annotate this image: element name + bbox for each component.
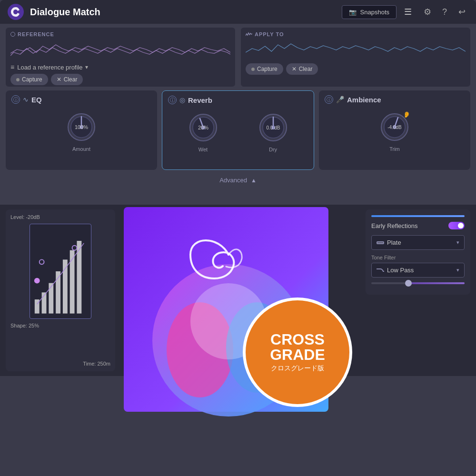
advanced-arrow-icon: ▲ (251, 177, 257, 184)
shape-graph[interactable] (30, 224, 91, 319)
back-icon: ↩ (458, 7, 466, 17)
title-actions: ⚙ ? ↩ (420, 5, 469, 19)
reverb-module: ⓘ ◎ Reverb 20% Wet (162, 90, 314, 170)
reference-dot (10, 32, 15, 37)
plugin-window: Dialogue Match 📷 Snapshots ☰ ⚙ ? ↩ RE (0, 0, 476, 205)
crossgrade-line1: CROSS (270, 332, 325, 347)
product-overlay: CROSS GRADE クロスグレード版 (109, 205, 357, 476)
reference-controls: ≡ Load a reference profile ▾ (10, 63, 230, 71)
svg-point-0 (8, 4, 24, 20)
tone-filter-label: Tone Filter (371, 255, 465, 260)
apply-to-label: APPLY TO (246, 31, 466, 37)
help-icon: ? (442, 7, 447, 17)
apply-capture-button[interactable]: Capture (246, 63, 283, 75)
menu-lines-icon: ≡ (10, 63, 14, 71)
reverb-wet-group: 20% Wet (187, 111, 220, 152)
svg-rect-17 (35, 299, 40, 314)
reverb-wet-knob[interactable]: 20% (187, 111, 220, 144)
svg-text:100%: 100% (75, 124, 88, 130)
reference-clear-button[interactable]: ✕ Clear (51, 74, 83, 85)
early-reflections-row: Early Reflections (371, 222, 465, 229)
audio-panels: REFERENCE ≡ Load a reference profile ▾ C (0, 24, 476, 90)
advanced-panel: Level: -20dB Shape: 25% Ti (0, 205, 476, 376)
hamburger-menu-button[interactable]: ☰ (400, 5, 416, 19)
app-title: Dialogue Match (30, 7, 342, 18)
svg-rect-19 (49, 283, 53, 314)
eq-module: ⓘ ∿ EQ 100% Amount (6, 90, 157, 170)
settings-button[interactable]: ⚙ (420, 5, 435, 19)
time-label: Time: 250m (83, 361, 110, 367)
apply-clear-x-icon: ✕ (292, 66, 297, 72)
crossgrade-badge: CROSS GRADE クロスグレード版 (243, 298, 352, 407)
level-label: Level: -20dB (10, 214, 110, 220)
eq-amount-knob[interactable]: 100% (65, 110, 98, 144)
shape-label: Shape: 25% (10, 323, 110, 328)
reference-waveform-area (10, 39, 230, 60)
svg-text:20%: 20% (198, 125, 208, 130)
reference-panel: REFERENCE ≡ Load a reference profile ▾ C (6, 28, 235, 87)
apply-clear-button[interactable]: ✕ Clear (286, 63, 318, 75)
settings-icon: ⚙ (424, 7, 431, 17)
reference-label: REFERENCE (10, 31, 230, 37)
plate-dropdown[interactable]: Plate ▾ (371, 235, 465, 250)
chevron-down-icon: ▾ (85, 64, 88, 70)
low-pass-label: Low Pass (377, 267, 414, 274)
svg-rect-21 (63, 259, 68, 313)
eq-icon: ∿ (23, 96, 29, 103)
capture-dot-icon (16, 78, 20, 81)
reverb-header: ⓘ ◎ Reverb (168, 96, 308, 104)
reverb-dry-knob[interactable]: 0.0 dB (257, 111, 290, 144)
plate-label: Plate (377, 239, 401, 246)
help-button[interactable]: ? (437, 5, 452, 19)
ambience-power-button[interactable]: ⓘ (325, 95, 333, 104)
apply-capture-dot-icon (251, 68, 255, 71)
svg-point-26 (34, 278, 40, 284)
reverb-icon: ◎ (179, 96, 185, 104)
plate-chevron-icon: ▾ (456, 239, 459, 246)
reverb-knob-row: 20% Wet 0.0 dB D (168, 111, 308, 152)
svg-point-24 (40, 259, 44, 264)
svg-rect-35 (377, 242, 383, 243)
back-button[interactable]: ↩ (455, 5, 469, 19)
apply-to-waveform-area (246, 39, 466, 60)
advanced-right-panel: Early Reflections Plate ▾ Tone Filter L (366, 209, 470, 295)
reverb-dry-group: 0.0 dB Dry (257, 111, 290, 152)
product-image-box: CROSS GRADE クロスグレード版 (114, 207, 343, 436)
advanced-bar[interactable]: Advanced ▲ (0, 174, 476, 187)
load-profile-row: ≡ Load a reference profile ▾ (10, 63, 230, 71)
crossgrade-sub: クロスグレード版 (271, 364, 324, 373)
ambience-header: ⓘ 🎤 Ambience (325, 95, 465, 104)
snapshot-icon: 📷 (349, 9, 357, 16)
reverb-power-button[interactable]: ⓘ (168, 96, 177, 104)
svg-text:0.0 dB: 0.0 dB (266, 125, 280, 130)
tone-filter-slider-track (371, 282, 465, 284)
svg-point-25 (72, 246, 77, 250)
ambience-icon: 🎤 (336, 96, 344, 103)
apply-to-panel: APPLY TO Capture ✕ Clear (241, 28, 470, 87)
modules-section: ⓘ ∿ EQ 100% Amount (0, 90, 476, 174)
svg-text:-4.0dB: -4.0dB (387, 125, 402, 130)
low-pass-dropdown[interactable]: Low Pass ▾ (371, 263, 465, 278)
ambience-trim-group: -4.0dB 👂 Trim (378, 110, 411, 152)
eq-header: ⓘ ∿ EQ (11, 95, 151, 104)
low-pass-chevron-icon: ▾ (456, 267, 459, 273)
reference-capture-button[interactable]: Capture (10, 74, 48, 85)
eq-amount-group: 100% Amount (65, 110, 98, 152)
early-reflections-label: Early Reflections (371, 222, 418, 229)
eq-power-button[interactable]: ⓘ (11, 95, 20, 104)
accent-bar (371, 215, 465, 217)
snapshots-button[interactable]: 📷 Snapshots (342, 5, 397, 19)
advanced-left-panel: Level: -20dB Shape: 25% Ti (6, 209, 115, 371)
eq-knob-row: 100% Amount (11, 110, 151, 152)
early-reflections-toggle[interactable] (448, 222, 465, 229)
crossgrade-line2: GRADE (270, 347, 325, 362)
ambience-trim-knob[interactable]: -4.0dB 👂 (378, 110, 411, 144)
tone-filter-slider-fill (408, 282, 465, 284)
title-bar: Dialogue Match 📷 Snapshots ☰ ⚙ ? ↩ (0, 0, 476, 24)
ambience-knob-row: -4.0dB 👂 Trim (325, 110, 465, 152)
tone-filter-slider-thumb[interactable] (405, 280, 412, 287)
plate-icon (377, 240, 384, 246)
logo-icon (7, 3, 24, 20)
clear-x-icon: ✕ (57, 76, 61, 83)
ambience-module: ⓘ 🎤 Ambience -4.0dB 👂 (319, 90, 470, 170)
